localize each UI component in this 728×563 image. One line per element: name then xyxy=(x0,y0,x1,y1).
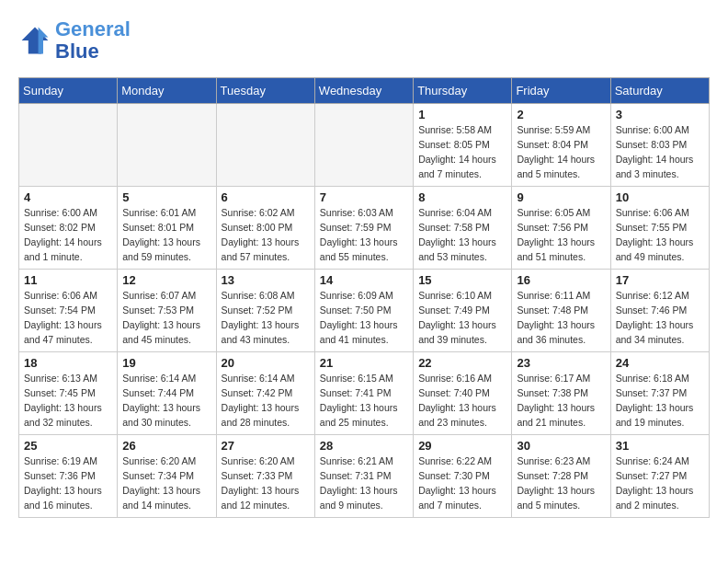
day-number: 22 xyxy=(418,356,506,370)
calendar-cell: 1Sunrise: 5:58 AMSunset: 8:05 PMDaylight… xyxy=(414,104,512,187)
day-number: 19 xyxy=(122,356,210,370)
day-info: Sunrise: 6:08 AMSunset: 7:52 PMDaylight:… xyxy=(222,289,310,347)
day-number: 8 xyxy=(418,190,506,204)
day-number: 29 xyxy=(418,439,506,453)
calendar-cell: 19Sunrise: 6:14 AMSunset: 7:44 PMDayligh… xyxy=(118,352,216,435)
day-number: 1 xyxy=(418,108,506,121)
calendar-table: SundayMondayTuesdayWednesdayThursdayFrid… xyxy=(18,77,710,518)
calendar-cell: 4Sunrise: 6:00 AMSunset: 8:02 PMDaylight… xyxy=(19,187,118,270)
logo-icon xyxy=(18,24,51,57)
day-info: Sunrise: 6:20 AMSunset: 7:33 PMDaylight:… xyxy=(222,454,310,512)
calendar-cell: 20Sunrise: 6:14 AMSunset: 7:42 PMDayligh… xyxy=(216,352,314,435)
day-number: 14 xyxy=(320,273,408,287)
calendar-cell xyxy=(314,104,413,187)
day-info: Sunrise: 6:09 AMSunset: 7:50 PMDaylight:… xyxy=(320,289,408,347)
day-info: Sunrise: 5:58 AMSunset: 8:05 PMDaylight:… xyxy=(418,123,506,181)
calendar-cell: 27Sunrise: 6:20 AMSunset: 7:33 PMDayligh… xyxy=(216,435,314,518)
calendar-cell: 21Sunrise: 6:15 AMSunset: 7:41 PMDayligh… xyxy=(314,352,413,435)
calendar-week-1: 1Sunrise: 5:58 AMSunset: 8:05 PMDaylight… xyxy=(19,104,710,187)
calendar-week-2: 4Sunrise: 6:00 AMSunset: 8:02 PMDaylight… xyxy=(19,187,710,270)
calendar-cell: 26Sunrise: 6:20 AMSunset: 7:34 PMDayligh… xyxy=(118,435,216,518)
day-info: Sunrise: 6:00 AMSunset: 8:02 PMDaylight:… xyxy=(24,206,112,264)
day-info: Sunrise: 6:06 AMSunset: 7:55 PMDaylight:… xyxy=(616,206,704,264)
calendar-cell: 25Sunrise: 6:19 AMSunset: 7:36 PMDayligh… xyxy=(19,435,118,518)
day-number: 7 xyxy=(320,190,408,204)
calendar-cell xyxy=(118,104,216,187)
calendar-cell: 31Sunrise: 6:24 AMSunset: 7:27 PMDayligh… xyxy=(610,435,709,518)
day-info: Sunrise: 6:01 AMSunset: 8:01 PMDaylight:… xyxy=(122,206,210,264)
calendar-cell: 10Sunrise: 6:06 AMSunset: 7:55 PMDayligh… xyxy=(610,187,709,270)
day-info: Sunrise: 5:59 AMSunset: 8:04 PMDaylight:… xyxy=(517,123,605,181)
day-info: Sunrise: 6:18 AMSunset: 7:37 PMDaylight:… xyxy=(616,372,704,430)
day-number: 3 xyxy=(616,108,704,121)
day-info: Sunrise: 6:07 AMSunset: 7:53 PMDaylight:… xyxy=(122,289,210,347)
calendar-cell: 9Sunrise: 6:05 AMSunset: 7:56 PMDaylight… xyxy=(512,187,610,270)
calendar-cell: 7Sunrise: 6:03 AMSunset: 7:59 PMDaylight… xyxy=(314,187,413,270)
day-number: 17 xyxy=(616,273,704,287)
svg-marker-0 xyxy=(22,28,49,54)
calendar-cell: 6Sunrise: 6:02 AMSunset: 8:00 PMDaylight… xyxy=(216,187,314,270)
calendar-cell: 28Sunrise: 6:21 AMSunset: 7:31 PMDayligh… xyxy=(314,435,413,518)
day-number: 21 xyxy=(320,356,408,370)
calendar-header-wednesday: Wednesday xyxy=(314,78,413,104)
day-number: 18 xyxy=(24,356,112,370)
calendar-cell: 22Sunrise: 6:16 AMSunset: 7:40 PMDayligh… xyxy=(414,352,512,435)
calendar-week-3: 11Sunrise: 6:06 AMSunset: 7:54 PMDayligh… xyxy=(19,270,710,352)
calendar-cell: 30Sunrise: 6:23 AMSunset: 7:28 PMDayligh… xyxy=(512,435,610,518)
day-info: Sunrise: 6:12 AMSunset: 7:46 PMDaylight:… xyxy=(616,289,704,347)
calendar-cell: 14Sunrise: 6:09 AMSunset: 7:50 PMDayligh… xyxy=(314,270,413,352)
day-info: Sunrise: 6:00 AMSunset: 8:03 PMDaylight:… xyxy=(616,123,704,181)
day-number: 24 xyxy=(616,356,704,370)
day-number: 10 xyxy=(616,190,704,204)
day-number: 12 xyxy=(122,273,210,287)
day-info: Sunrise: 6:17 AMSunset: 7:38 PMDaylight:… xyxy=(517,372,605,430)
calendar-header-sunday: Sunday xyxy=(19,78,118,104)
calendar-cell: 8Sunrise: 6:04 AMSunset: 7:58 PMDaylight… xyxy=(414,187,512,270)
calendar-cell: 11Sunrise: 6:06 AMSunset: 7:54 PMDayligh… xyxy=(19,270,118,352)
calendar-cell: 13Sunrise: 6:08 AMSunset: 7:52 PMDayligh… xyxy=(216,270,314,352)
calendar-week-4: 18Sunrise: 6:13 AMSunset: 7:45 PMDayligh… xyxy=(19,352,710,435)
day-info: Sunrise: 6:02 AMSunset: 8:00 PMDaylight:… xyxy=(222,206,310,264)
day-number: 25 xyxy=(24,439,112,453)
calendar-header-saturday: Saturday xyxy=(610,78,709,104)
page-header: GeneralBlue xyxy=(18,18,710,63)
day-info: Sunrise: 6:14 AMSunset: 7:42 PMDaylight:… xyxy=(222,372,310,430)
day-number: 4 xyxy=(24,190,112,204)
day-number: 20 xyxy=(222,356,310,370)
day-number: 15 xyxy=(418,273,506,287)
day-info: Sunrise: 6:22 AMSunset: 7:30 PMDaylight:… xyxy=(418,454,506,512)
day-number: 2 xyxy=(517,108,605,121)
day-number: 11 xyxy=(24,273,112,287)
logo-text: GeneralBlue xyxy=(55,18,131,63)
day-number: 6 xyxy=(222,190,310,204)
calendar-cell: 3Sunrise: 6:00 AMSunset: 8:03 PMDaylight… xyxy=(610,104,709,187)
calendar-cell xyxy=(19,104,118,187)
day-info: Sunrise: 6:16 AMSunset: 7:40 PMDaylight:… xyxy=(418,372,506,430)
day-number: 13 xyxy=(222,273,310,287)
day-info: Sunrise: 6:13 AMSunset: 7:45 PMDaylight:… xyxy=(24,372,112,430)
day-number: 16 xyxy=(517,273,605,287)
day-info: Sunrise: 6:19 AMSunset: 7:36 PMDaylight:… xyxy=(24,454,112,512)
day-info: Sunrise: 6:10 AMSunset: 7:49 PMDaylight:… xyxy=(418,289,506,347)
calendar-header-friday: Friday xyxy=(512,78,610,104)
logo: GeneralBlue xyxy=(18,18,131,63)
day-info: Sunrise: 6:11 AMSunset: 7:48 PMDaylight:… xyxy=(517,289,605,347)
calendar-cell: 24Sunrise: 6:18 AMSunset: 7:37 PMDayligh… xyxy=(610,352,709,435)
day-number: 9 xyxy=(517,190,605,204)
day-info: Sunrise: 6:21 AMSunset: 7:31 PMDaylight:… xyxy=(320,454,408,512)
day-info: Sunrise: 6:15 AMSunset: 7:41 PMDaylight:… xyxy=(320,372,408,430)
day-number: 5 xyxy=(122,190,210,204)
calendar-cell: 12Sunrise: 6:07 AMSunset: 7:53 PMDayligh… xyxy=(118,270,216,352)
day-info: Sunrise: 6:03 AMSunset: 7:59 PMDaylight:… xyxy=(320,206,408,264)
day-number: 28 xyxy=(320,439,408,453)
calendar-cell: 29Sunrise: 6:22 AMSunset: 7:30 PMDayligh… xyxy=(414,435,512,518)
day-number: 26 xyxy=(122,439,210,453)
calendar-cell: 18Sunrise: 6:13 AMSunset: 7:45 PMDayligh… xyxy=(19,352,118,435)
calendar-header-tuesday: Tuesday xyxy=(216,78,314,104)
day-info: Sunrise: 6:14 AMSunset: 7:44 PMDaylight:… xyxy=(122,372,210,430)
day-number: 31 xyxy=(616,439,704,453)
calendar-cell: 5Sunrise: 6:01 AMSunset: 8:01 PMDaylight… xyxy=(118,187,216,270)
calendar-cell: 16Sunrise: 6:11 AMSunset: 7:48 PMDayligh… xyxy=(512,270,610,352)
calendar-cell xyxy=(216,104,314,187)
calendar-cell: 15Sunrise: 6:10 AMSunset: 7:49 PMDayligh… xyxy=(414,270,512,352)
